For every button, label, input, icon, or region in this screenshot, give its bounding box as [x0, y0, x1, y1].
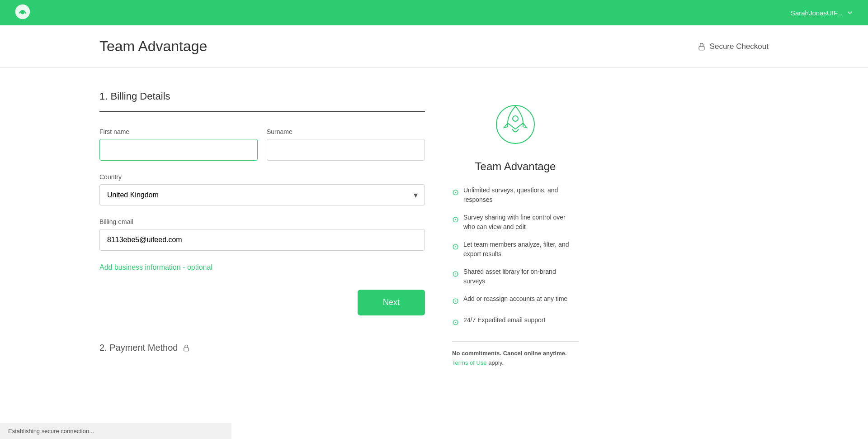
- main-content: 1. Billing Details First name Surname Co…: [0, 68, 868, 391]
- user-menu[interactable]: SarahJonasUIF...: [791, 9, 854, 17]
- next-button-row: Next: [99, 290, 425, 315]
- svg-point-5: [513, 116, 518, 121]
- panel-divider: [452, 341, 579, 342]
- first-name-input[interactable]: [99, 139, 258, 161]
- svg-point-1: [21, 11, 24, 14]
- lock-icon: [697, 42, 706, 51]
- country-select-wrapper: United Kingdom United States Canada Aust…: [99, 184, 425, 205]
- country-label: Country: [99, 173, 425, 181]
- secure-checkout-label: Secure Checkout: [710, 42, 769, 51]
- secure-checkout: Secure Checkout: [697, 42, 769, 51]
- next-button[interactable]: Next: [358, 290, 425, 315]
- billing-email-label: Billing email: [99, 218, 425, 225]
- chevron-down-icon: [846, 9, 854, 16]
- first-name-group: First name: [99, 128, 258, 161]
- check-icon: ⊙: [452, 241, 459, 253]
- svg-rect-2: [699, 46, 704, 50]
- lock-icon: [182, 344, 190, 352]
- plan-panel: Team Advantage ⊙ Unlimited surveys, ques…: [452, 91, 579, 368]
- feature-item: ⊙ 24/7 Expedited email support: [452, 315, 579, 329]
- feature-text: Survey sharing with fine control over wh…: [463, 213, 579, 232]
- check-icon: ⊙: [452, 186, 459, 199]
- surname-label: Surname: [267, 128, 425, 135]
- add-business-link[interactable]: Add business information - optional: [99, 263, 212, 272]
- payment-section-title: 2. Payment Method: [99, 343, 178, 353]
- add-business-label: Add business information - optional: [99, 263, 212, 271]
- features-list: ⊙ Unlimited surveys, questions, and resp…: [452, 186, 579, 329]
- feature-item: ⊙ Shared asset library for on-brand surv…: [452, 267, 579, 286]
- feature-text: Let team members analyze, filter, and ex…: [463, 240, 579, 259]
- user-label: SarahJonasUIF...: [791, 9, 843, 17]
- country-group: Country United Kingdom United States Can…: [99, 173, 425, 205]
- feature-text: Add or reassign accounts at any time: [463, 294, 567, 304]
- plan-title: Team Advantage: [452, 160, 579, 173]
- feature-item: ⊙ Survey sharing with fine control over …: [452, 213, 579, 232]
- feature-text: Unlimited surveys, questions, and respon…: [463, 186, 579, 205]
- page-title: Team Advantage: [99, 38, 207, 55]
- check-icon: ⊙: [452, 214, 459, 226]
- feature-item: ⊙ Let team members analyze, filter, and …: [452, 240, 579, 259]
- top-navigation: SarahJonasUIF...: [0, 0, 868, 25]
- feature-text: 24/7 Expedited email support: [463, 315, 545, 325]
- terms-link[interactable]: Terms of Use: [452, 359, 487, 366]
- check-icon: ⊙: [452, 295, 459, 307]
- billing-email-group: Billing email: [99, 218, 425, 251]
- country-select[interactable]: United Kingdom United States Canada Aust…: [99, 184, 425, 205]
- name-row: First name Surname: [99, 128, 425, 161]
- no-commitments: No commitments. Cancel online anytime. T…: [452, 349, 579, 368]
- rocket-icon-wrapper: [452, 95, 579, 149]
- check-icon: ⊙: [452, 268, 459, 280]
- billing-section-title: 1. Billing Details: [99, 91, 425, 102]
- billing-form: 1. Billing Details First name Surname Co…: [99, 91, 425, 368]
- svg-rect-3: [184, 348, 189, 351]
- feature-item: ⊙ Add or reassign accounts at any time: [452, 294, 579, 307]
- check-icon: ⊙: [452, 316, 459, 329]
- feature-item: ⊙ Unlimited surveys, questions, and resp…: [452, 186, 579, 205]
- payment-section-header: 2. Payment Method: [99, 343, 425, 353]
- section-divider: [99, 111, 425, 112]
- page-header: Team Advantage Secure Checkout: [0, 25, 868, 68]
- billing-email-input[interactable]: [99, 229, 425, 251]
- feature-text: Shared asset library for on-brand survey…: [463, 267, 579, 286]
- first-name-label: First name: [99, 128, 258, 135]
- svg-point-4: [496, 105, 534, 143]
- surname-group: Surname: [267, 128, 425, 161]
- surname-input[interactable]: [267, 139, 425, 161]
- rocket-icon: [491, 95, 540, 149]
- logo[interactable]: [14, 4, 31, 22]
